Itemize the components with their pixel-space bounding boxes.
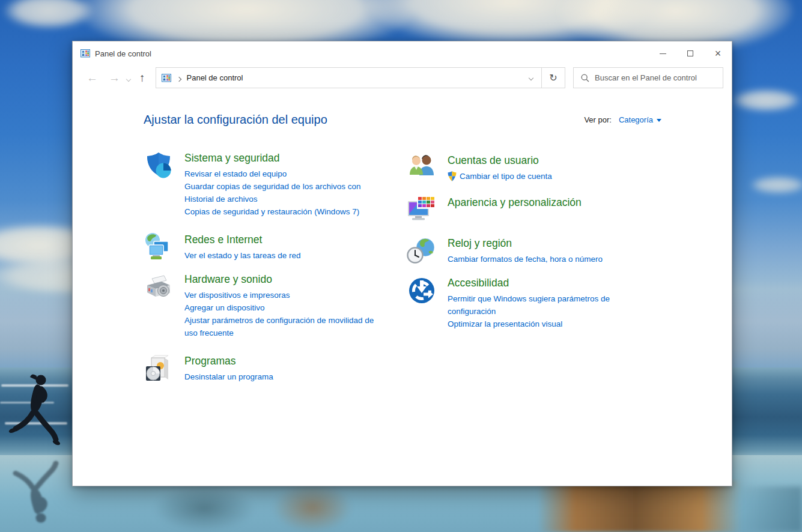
network-internet-icon[interactable]: [144, 232, 174, 262]
view-by-label: Ver por:: [584, 115, 612, 124]
category-title-redes-e-internet[interactable]: Redes e Internet: [184, 232, 389, 247]
maximize-button[interactable]: [676, 41, 704, 65]
task-link-historial-archivos[interactable]: Guardar copias de seguridad de los archi…: [184, 180, 389, 205]
chevron-right-icon: [176, 76, 181, 81]
sand-reflection: [538, 480, 742, 532]
minimize-button[interactable]: [649, 41, 676, 65]
cloud: [750, 176, 802, 194]
up-button[interactable]: ↑: [134, 72, 151, 83]
appearance-personalization-icon[interactable]: [407, 195, 437, 225]
category-title-apariencia-y-personalizacion[interactable]: Apariencia y personalización: [448, 195, 631, 210]
search-icon: [581, 74, 589, 82]
hardware-sound-icon[interactable]: [144, 272, 174, 302]
back-button[interactable]: ←: [81, 72, 103, 83]
task-link-revisar-estado[interactable]: Revisar el estado del equipo: [184, 168, 389, 180]
category-accesibilidad: Accesibilidad Permitir que Windows sugie…: [407, 276, 631, 330]
category-sistema-y-seguridad: Sistema y seguridad Revisar el estado de…: [144, 151, 407, 218]
sand-reflection: [153, 485, 255, 532]
search-input[interactable]: [595, 73, 723, 82]
chevron-down-icon: [529, 75, 533, 80]
close-button[interactable]: ×: [704, 41, 732, 65]
view-by-value: Categoría: [619, 115, 653, 124]
task-link-cambiar-tipo-cuenta[interactable]: Cambiar el tipo de cuenta: [448, 170, 631, 183]
user-accounts-icon[interactable]: [407, 153, 437, 183]
control-panel-icon: [162, 73, 171, 83]
category-title-reloj-y-region[interactable]: Reloj y región: [448, 236, 631, 250]
task-link-label: Cambiar el tipo de cuenta: [460, 170, 552, 183]
search-box[interactable]: [573, 67, 723, 88]
ease-of-access-icon[interactable]: [407, 276, 437, 306]
desktop: Panel de control × ← → ↑: [0, 0, 802, 532]
category-cuentas-de-usuario: Cuentas de usuario Cambiar el tipo de cu…: [407, 153, 631, 183]
runner-figure: [5, 372, 62, 453]
window-title: Panel de control: [95, 49, 649, 58]
category-title-cuentas-de-usuario[interactable]: Cuentas de usuario: [448, 153, 631, 168]
task-link-formatos-fecha[interactable]: Cambiar formatos de fecha, hora o número: [448, 253, 631, 265]
recent-pages-button[interactable]: [126, 73, 134, 83]
task-link-movilidad[interactable]: Ajustar parámetros de configuración de m…: [184, 314, 389, 339]
category-title-hardware-y-sonido[interactable]: Hardware y sonido: [184, 272, 389, 286]
control-panel-window: Panel de control × ← → ↑: [72, 41, 732, 486]
maximize-icon: [687, 50, 693, 56]
close-icon: ×: [715, 48, 721, 59]
sand-reflection: [273, 483, 351, 532]
view-by-dropdown[interactable]: Categoría: [619, 115, 661, 124]
category-title-programas[interactable]: Programas: [184, 354, 389, 368]
category-hardware-y-sonido: Hardware y sonido Ver dispositivos e imp…: [144, 272, 407, 339]
category-redes-e-internet: Redes e Internet Ver el estado y las tar…: [144, 232, 407, 262]
address-dropdown-button[interactable]: [521, 68, 541, 88]
page-title: Ajustar la configuración del equipo: [144, 113, 327, 127]
address-bar[interactable]: Panel de control ↻: [156, 67, 566, 88]
task-link-windows-sugiera[interactable]: Permitir que Windows sugiera parámetros …: [448, 292, 631, 318]
category-title-sistema-y-seguridad[interactable]: Sistema y seguridad: [184, 151, 389, 165]
forward-button[interactable]: →: [103, 72, 126, 83]
caret-down-icon: [657, 119, 661, 122]
task-link-dispositivos-impresoras[interactable]: Ver dispositivos e impresoras: [184, 289, 389, 301]
view-by-control: Ver por: Categoría: [584, 115, 661, 124]
minimize-icon: [660, 53, 666, 54]
task-link-desinstalar-programa[interactable]: Desinstalar un programa: [184, 370, 389, 383]
control-panel-content: Ajustar la configuración del equipo Ver …: [73, 94, 732, 384]
category-reloj-y-region: Reloj y región Cambiar formatos de fecha…: [407, 236, 631, 266]
task-link-estado-red[interactable]: Ver el estado y las tareas de red: [184, 249, 389, 262]
task-link-agregar-dispositivo[interactable]: Agregar un dispositivo: [184, 301, 389, 314]
breadcrumb-chevron[interactable]: [177, 73, 181, 83]
runner-reflection: [5, 450, 62, 525]
navigation-bar: ← → ↑ Panel de control: [73, 65, 732, 94]
category-programas: Programas Desinstalar un programa: [144, 354, 407, 384]
titlebar[interactable]: Panel de control ×: [73, 41, 732, 65]
refresh-button[interactable]: ↻: [541, 68, 565, 88]
category-apariencia-y-personalizacion: Apariencia y personalización: [407, 195, 631, 225]
chevron-down-icon: [126, 76, 131, 81]
system-security-icon[interactable]: [144, 151, 174, 181]
clock-region-icon[interactable]: [407, 236, 437, 266]
task-link-copias-seguridad-w7[interactable]: Copias de seguridad y restauración (Wind…: [184, 205, 389, 218]
task-link-presentacion-visual[interactable]: Optimizar la presentación visual: [448, 318, 631, 330]
uac-shield-icon: [448, 171, 457, 181]
cloud: [732, 89, 801, 112]
category-title-accesibilidad[interactable]: Accesibilidad: [448, 276, 631, 290]
control-panel-icon: [81, 49, 90, 58]
breadcrumb[interactable]: Panel de control: [187, 73, 521, 82]
runner-silhouette: [5, 372, 65, 532]
sand-reflection: [736, 486, 802, 532]
programs-icon[interactable]: [144, 354, 174, 384]
